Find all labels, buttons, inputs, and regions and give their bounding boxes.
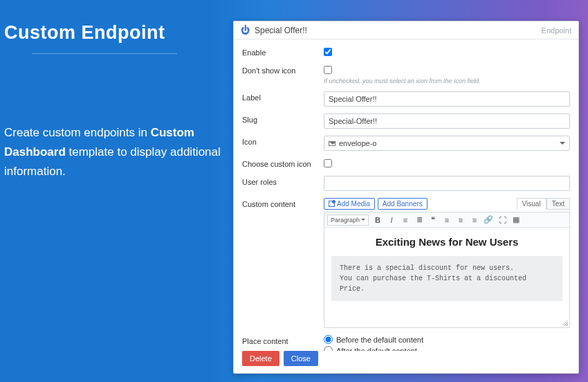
media-icon [329, 201, 335, 207]
editor-content-block: There is a special discount for new user… [331, 256, 562, 301]
field-slug: Slug [242, 113, 570, 129]
field-custom-icon: Choose custom icon [242, 158, 570, 169]
field-label: Label [242, 91, 570, 107]
media-button-row: Add Media Add Banners Visual Text [324, 198, 570, 210]
list-bullet-icon[interactable]: ≡ [401, 215, 410, 225]
panel-title: Special Offer!! [255, 26, 307, 35]
field-icon: Icon envelope-o [242, 136, 570, 151]
list-number-icon[interactable]: ≣ [414, 215, 424, 225]
quote-icon[interactable]: ❝ [428, 215, 438, 225]
icon-label: Icon [242, 136, 324, 146]
icon-select-value: envelope-o [339, 139, 376, 147]
place-option-after[interactable]: After the default content [324, 346, 570, 351]
panel-header: ⏻ Special Offer!! Endpoint [234, 21, 578, 39]
panel-footer: Delete Close [234, 351, 578, 373]
panel-body: Enable Don't show icon If unchecked, you… [234, 39, 578, 351]
chevron-down-icon [560, 142, 565, 145]
rich-text-editor: Paragraph B I ≡ ≣ ❝ ≡ ≡ ≡ 🔗 ⛶ ▦ [324, 212, 570, 328]
icon-select[interactable]: envelope-o [324, 136, 570, 151]
field-user-roles: User roles [242, 176, 570, 191]
description-text: Create custom endpoints in Custom Dashbo… [4, 123, 226, 181]
page-title: Custom Endpoint [4, 22, 226, 53]
endpoint-form-panel: ⏻ Special Offer!! Endpoint Enable Don't … [233, 21, 579, 374]
noicon-checkbox[interactable] [324, 66, 332, 74]
place-option-before[interactable]: Before the default content [324, 335, 570, 344]
roles-label: User roles [242, 176, 324, 186]
slug-input[interactable] [324, 113, 570, 129]
place-label: Place content [242, 335, 324, 345]
title-underline [32, 53, 177, 54]
tab-text[interactable]: Text [546, 198, 570, 210]
align-center-icon[interactable]: ≡ [456, 215, 466, 225]
tab-visual[interactable]: Visual [517, 198, 546, 210]
panel-type-label: Endpoint [542, 26, 571, 35]
field-dont-show-icon: Don't show icon If unchecked, you must s… [242, 64, 570, 84]
align-left-icon[interactable]: ≡ [442, 215, 452, 225]
noicon-label: Don't show icon [242, 64, 324, 75]
custom-icon-label: Choose custom icon [242, 158, 324, 168]
slug-label: Slug [242, 113, 324, 124]
delete-button[interactable]: Delete [242, 351, 279, 366]
power-icon[interactable]: ⏻ [241, 25, 250, 35]
fullscreen-icon[interactable]: ⛶ [497, 215, 507, 225]
enable-label: Enable [242, 46, 324, 57]
add-banners-button[interactable]: Add Banners [378, 198, 428, 210]
add-media-button[interactable]: Add Media [324, 198, 375, 210]
custom-icon-checkbox[interactable] [324, 159, 332, 167]
label-label: Label [242, 91, 324, 102]
align-right-icon[interactable]: ≡ [470, 215, 479, 225]
place-radio-before[interactable] [324, 335, 333, 344]
editor-heading: Exciting News for New Users [331, 236, 562, 248]
bold-icon[interactable]: B [373, 215, 383, 225]
field-place-content: Place content Before the default content… [242, 335, 570, 351]
place-radio-after[interactable] [324, 346, 333, 351]
field-enable: Enable [242, 46, 570, 57]
noicon-hint: If unchecked, you must select an icon fr… [324, 78, 570, 84]
roles-input[interactable] [324, 176, 570, 191]
editor-tabs: Visual Text [517, 198, 570, 210]
chevron-down-icon [361, 219, 365, 221]
paragraph-select[interactable]: Paragraph [327, 215, 369, 226]
envelope-icon [329, 141, 336, 146]
editor-body[interactable]: Exciting News for New Users There is a s… [324, 228, 569, 327]
content-label: Custom content [242, 198, 324, 208]
italic-icon[interactable]: I [387, 215, 396, 225]
close-button[interactable]: Close [284, 351, 318, 366]
resize-grip-icon[interactable] [562, 320, 568, 326]
editor-toolbar: Paragraph B I ≡ ≣ ❝ ≡ ≡ ≡ 🔗 ⛶ ▦ [324, 212, 569, 228]
label-input[interactable] [324, 91, 570, 107]
sidebar-description: Custom Endpoint Create custom endpoints … [4, 22, 226, 181]
enable-checkbox[interactable] [324, 48, 332, 56]
link-icon[interactable]: 🔗 [484, 215, 493, 225]
more-icon[interactable]: ▦ [511, 215, 521, 225]
field-custom-content: Custom content Add Media Add Banners Vis… [242, 198, 570, 328]
